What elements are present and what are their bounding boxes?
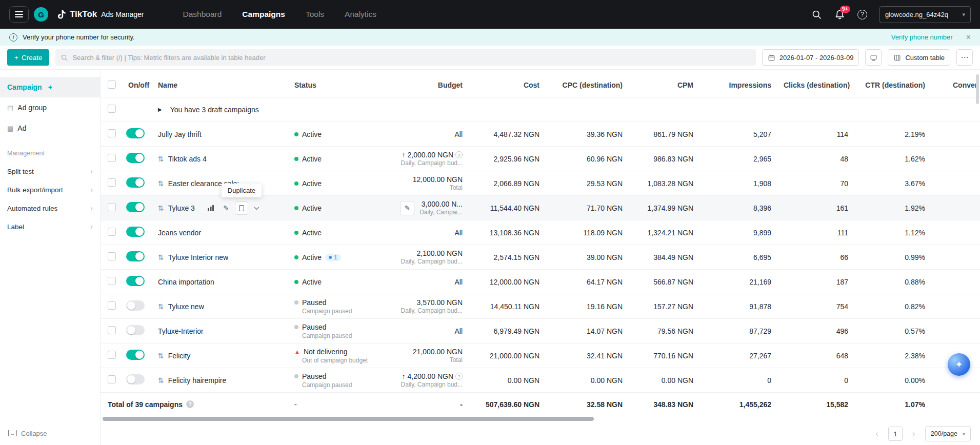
vertical-scrollbar[interactable] [976,74,979,104]
more-options-icon[interactable]: ⋯ [956,49,973,66]
nav-campaigns[interactable]: Campaigns [242,10,285,19]
edit-icon[interactable]: ✎ [219,201,233,215]
table-row[interactable]: Jeans vendor Active All 13,108.36 NGN 11… [101,220,980,245]
row-checkbox[interactable] [108,252,116,260]
col-status[interactable]: Status [288,81,384,90]
collapse-sidebar-button[interactable]: ↔ Collapse [0,421,100,445]
col-onoff[interactable]: On/off [123,81,156,90]
nav-tools[interactable]: Tools [306,10,324,19]
campaign-toggle[interactable] [126,153,145,163]
recommendation-badge[interactable]: 1 [325,254,341,261]
campaign-name[interactable]: Tyluxe-Interior [158,327,204,335]
sidebar-item-ad-group[interactable]: ▤ Ad group [0,97,100,118]
table-row[interactable]: ⇅ Tyluxe 3 ✎ Duplicate Active ✎ 3,000.00… [101,196,980,220]
table-row[interactable]: ⇅Tiktok ads 4 Active ↑2,000.00 NGN?Daily… [101,147,980,171]
row-checkbox[interactable] [108,203,116,211]
account-switcher[interactable]: glowcode.ng_64z42q ▾ [879,6,971,23]
chevron-down-icon[interactable] [250,201,264,215]
next-page-icon[interactable]: › [908,429,920,439]
row-checkbox[interactable] [108,154,116,162]
sidebar-item-bulk-export-import[interactable]: Bulk export/import › [0,180,100,199]
budget-cell[interactable]: 2,100.00 NGNDaily, Campaign bud... [384,249,475,265]
col-conversions[interactable]: Conver [937,81,980,90]
expand-arrow-icon[interactable]: ▶ [158,107,162,112]
custom-table-button[interactable]: Custom table [888,49,950,66]
campaign-name[interactable]: Felicity hairempire [168,376,227,385]
sidebar-item-automated-rules[interactable]: Automated rules › [0,199,100,217]
sidebar-item-label[interactable]: Label › [0,217,100,236]
col-impressions[interactable]: Impressions [706,81,784,90]
row-checkbox[interactable] [108,326,116,334]
campaign-toggle[interactable] [126,128,145,138]
campaign-name[interactable]: Tiktok ads 4 [168,155,207,163]
table-row[interactable]: Tyluxe-Interior PausedCampaign paused Al… [101,319,980,343]
row-checkbox[interactable] [108,178,116,187]
budget-cell[interactable]: All [384,327,475,335]
campaign-name[interactable]: Jully Jay thrift [158,130,202,138]
help-icon[interactable]: ? [455,373,463,380]
campaign-name[interactable]: China importation [158,278,214,286]
scrollbar-thumb[interactable] [103,417,594,421]
col-clicks[interactable]: Clicks (destination) [784,81,861,90]
col-name[interactable]: Name [156,81,288,90]
campaign-name[interactable]: Felicity [168,352,191,360]
campaign-toggle[interactable] [126,177,145,188]
campaign-toggle[interactable] [126,251,145,261]
row-checkbox[interactable] [108,277,116,285]
campaign-name[interactable]: Tyluxe new [168,302,204,311]
search-input[interactable] [72,54,750,62]
draft-campaigns-row[interactable]: ▶ You have 3 draft campaigns [101,97,980,122]
campaign-toggle[interactable] [126,276,145,286]
notifications-bell-icon[interactable]: 9+ [834,9,845,20]
col-ctr[interactable]: CTR (destination) [861,81,937,90]
budget-cell[interactable]: ✎ 3,000.00 N...Daily, Campai... [384,200,475,216]
budget-cell[interactable]: ↑2,000.00 NGN?Daily, Campaign bud... [384,151,475,167]
duplicate-icon[interactable]: Duplicate [235,201,248,215]
campaign-name[interactable]: Jeans vendor [158,229,201,237]
budget-cell[interactable]: All [384,229,475,237]
create-button[interactable]: + Create [7,49,49,66]
nav-analytics[interactable]: Analytics [345,10,376,19]
table-row[interactable]: China importation Active All 12,000.00 N… [101,270,980,294]
verify-phone-link[interactable]: Verify phone number [891,33,953,41]
table-row[interactable]: ⇅Tyluxe new PausedCampaign paused 3,570.… [101,294,980,319]
close-icon[interactable]: × [966,33,971,42]
budget-cell[interactable]: 12,000.00 NGNTotal [384,175,475,191]
budget-cell[interactable]: 3,570.00 NGNDaily, Campaign bud... [384,298,475,314]
horizontal-scrollbar[interactable] [101,415,980,422]
view-toggle-icon[interactable] [865,49,882,66]
info-icon[interactable]: ? [186,400,194,408]
search-icon[interactable] [811,9,822,20]
row-checkbox[interactable] [108,375,116,383]
sidebar-item-campaign[interactable]: Campaign + [0,77,100,97]
sidebar-item-ad[interactable]: ▤ Ad [0,118,100,138]
sidebar-item-split-test[interactable]: Split test › [0,162,100,180]
nav-dashboard[interactable]: Dashboard [183,10,222,19]
row-checkbox[interactable] [108,301,116,310]
row-checkbox[interactable] [108,129,116,137]
campaign-toggle[interactable] [126,350,145,360]
campaign-toggle[interactable] [126,374,145,385]
campaign-toggle[interactable] [126,202,145,212]
help-icon[interactable]: ? [857,10,867,19]
account-avatar[interactable]: G [34,7,48,22]
campaign-name[interactable]: Tyluxe Interior new [168,253,229,261]
col-cpc[interactable]: CPC (destination) [552,81,635,90]
add-campaign-icon[interactable]: + [48,83,52,91]
campaign-name[interactable]: Tyluxe 3 [168,204,195,212]
select-all-checkbox[interactable] [108,80,116,89]
table-row[interactable]: Jully Jay thrift Active All 4,487.32 NGN… [101,122,980,147]
search-filter-bar[interactable] [55,49,755,66]
ai-assistant-button[interactable]: ✦ [948,353,970,376]
campaign-toggle[interactable] [126,325,145,335]
table-row[interactable]: ⇅Tyluxe Interior new Active1 2,100.00 NG… [101,245,980,270]
budget-cell[interactable]: ↑4,200.00 NGN?Daily, Campaign bud... [384,372,475,388]
campaign-toggle[interactable] [126,227,145,237]
budget-cell[interactable]: All [384,130,475,138]
table-row[interactable]: ⇅Felicity ▲Not deliveringOut of campaign… [101,343,980,368]
col-budget[interactable]: Budget [384,81,475,90]
page-size-select[interactable]: 200/page ▾ [925,426,971,441]
row-checkbox[interactable] [108,351,116,359]
table-row[interactable]: ⇅Felicity hairempire PausedCampaign paus… [101,368,980,393]
date-range-picker[interactable]: 2026-01-07 - 2026-03-09 [762,49,859,66]
